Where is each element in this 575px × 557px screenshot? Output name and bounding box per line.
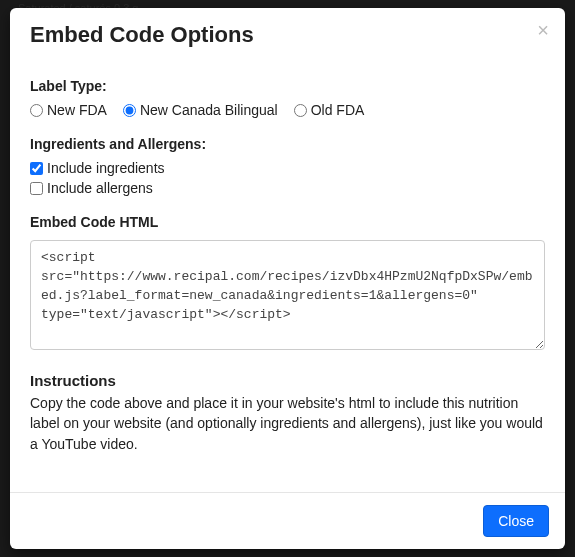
- modal-body: Label Type: New FDA New Canada Bilingual…: [10, 60, 565, 492]
- checkbox-include-allergens-label: Include allergens: [47, 180, 153, 196]
- embed-code-modal: Embed Code Options × Label Type: New FDA…: [10, 8, 565, 549]
- radio-new-fda[interactable]: New FDA: [30, 102, 107, 118]
- modal-footer: Close: [10, 492, 565, 549]
- radio-new-canada[interactable]: New Canada Bilingual: [123, 102, 278, 118]
- modal-title: Embed Code Options: [30, 22, 545, 48]
- ingredients-allergens-group: Include ingredients Include allergens: [30, 160, 545, 196]
- label-type-radio-group: New FDA New Canada Bilingual Old FDA: [30, 102, 545, 118]
- radio-new-canada-label: New Canada Bilingual: [140, 102, 278, 118]
- label-type-heading: Label Type:: [30, 78, 545, 94]
- checkbox-include-ingredients-label: Include ingredients: [47, 160, 165, 176]
- modal-header: Embed Code Options ×: [10, 8, 565, 60]
- checkbox-include-allergens[interactable]: Include allergens: [30, 180, 545, 196]
- close-icon[interactable]: ×: [537, 20, 549, 40]
- radio-new-fda-label: New FDA: [47, 102, 107, 118]
- radio-old-fda-label: Old FDA: [311, 102, 365, 118]
- radio-new-canada-input[interactable]: [123, 104, 136, 117]
- close-button[interactable]: Close: [483, 505, 549, 537]
- embed-code-textarea[interactable]: [30, 240, 545, 350]
- embed-code-heading: Embed Code HTML: [30, 214, 545, 230]
- instructions-heading: Instructions: [30, 372, 545, 389]
- ingredients-allergens-heading: Ingredients and Allergens:: [30, 136, 545, 152]
- radio-new-fda-input[interactable]: [30, 104, 43, 117]
- checkbox-include-allergens-input[interactable]: [30, 182, 43, 195]
- instructions-text: Copy the code above and place it in your…: [30, 393, 545, 454]
- radio-old-fda[interactable]: Old FDA: [294, 102, 365, 118]
- radio-old-fda-input[interactable]: [294, 104, 307, 117]
- checkbox-include-ingredients-input[interactable]: [30, 162, 43, 175]
- checkbox-include-ingredients[interactable]: Include ingredients: [30, 160, 545, 176]
